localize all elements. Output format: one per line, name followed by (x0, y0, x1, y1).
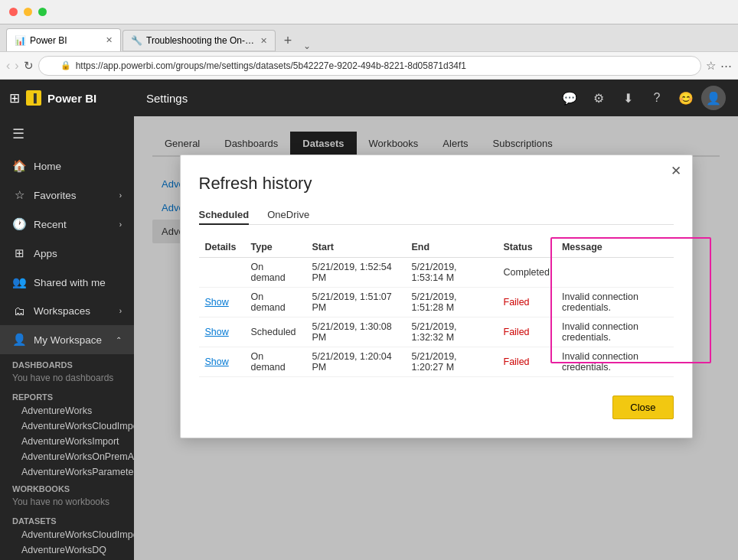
sidebar-item-apps[interactable]: ⊞ Apps (0, 239, 134, 268)
nav-refresh-button[interactable]: ↻ (24, 59, 34, 73)
dataset-sidebar-item-0[interactable]: AdventureWorksCloudImport (0, 527, 134, 542)
dataset-sidebar-item-1[interactable]: AdventureWorksDQ (0, 542, 134, 558)
row3-type: On demand (245, 347, 306, 377)
col-header-status: Status (498, 237, 556, 258)
shared-label: Shared with me (34, 277, 106, 288)
browser-tab-2[interactable]: 🔧 Troubleshooting the On-pre ✕ (122, 30, 276, 51)
row1-end: 5/21/2019, 1:51:28 M (406, 288, 498, 317)
tab1-close[interactable]: ✕ (106, 35, 113, 45)
workbooks-empty: You have no workbooks (0, 495, 134, 512)
table-row-2: Show Scheduled 5/21/2019, 1:30:08 PM 5/2… (199, 317, 674, 347)
row1-type: On demand (245, 288, 306, 317)
tab1-favicon: 📊 (15, 35, 26, 46)
brand-logo: ▐ (26, 90, 41, 106)
address-bar[interactable]: 🔒 https://app.powerbi.com/groups/me/sett… (38, 56, 701, 76)
row0-details (199, 258, 245, 288)
nav-back-button[interactable]: ‹ (6, 59, 10, 73)
win-ctrl-max[interactable] (38, 8, 47, 16)
row0-end: 5/21/2019, 1:53:14 M (406, 258, 498, 288)
bookmark-icon[interactable]: ☆ (706, 59, 716, 73)
win-ctrl-min[interactable] (24, 8, 32, 16)
browser-titlebar (0, 0, 738, 24)
row0-status: Completed (498, 258, 556, 288)
row2-details[interactable]: Show (199, 317, 245, 347)
favorites-icon: ☆ (12, 188, 26, 202)
home-icon: 🏠 (12, 159, 26, 173)
apps-label: Apps (34, 248, 57, 259)
row0-type: On demand (245, 258, 306, 288)
row1-status: Failed (498, 288, 556, 317)
grid-apps-icon[interactable]: ⊞ (9, 90, 20, 106)
recent-chevron: › (119, 220, 122, 229)
tab1-title: Power BI (30, 35, 102, 46)
row3-start: 5/21/2019, 1:20:04 PM (306, 347, 406, 377)
col-header-end: End (406, 237, 498, 258)
my-workspace-chevron: ⌃ (116, 336, 122, 344)
new-tab-button[interactable]: + (277, 30, 299, 51)
row3-details[interactable]: Show (199, 347, 245, 377)
modal-overlay: ✕ Refresh history Scheduled OneDrive (134, 116, 738, 560)
tab2-close[interactable]: ✕ (260, 36, 267, 46)
sidebar-item-shared[interactable]: 👥 Shared with me (0, 268, 134, 297)
sidebar-menu-icon[interactable]: ☰ (0, 116, 134, 151)
row2-start: 5/21/2019, 1:30:08 PM (306, 317, 406, 347)
refresh-history-modal: ✕ Refresh history Scheduled OneDrive (180, 155, 693, 438)
favorites-label: Favorites (34, 190, 112, 201)
workspaces-icon: 🗂 (12, 304, 26, 317)
sidebar: ☰ 🏠 Home ☆ Favorites › 🕐 Recent › ⊞ Apps… (0, 116, 134, 560)
modal-tabs: Scheduled OneDrive (199, 206, 674, 225)
chat-icon[interactable]: 💬 (556, 84, 583, 112)
help-icon[interactable]: ? (643, 84, 671, 112)
report-item-4[interactable]: AdventureWorksParameterize... (0, 464, 134, 480)
workspaces-label: Workspaces (34, 305, 112, 317)
more-icon[interactable]: ⋯ (720, 59, 732, 73)
row1-details[interactable]: Show (199, 288, 245, 317)
row2-message: Invalid connection credentials. (556, 317, 674, 347)
row0-message (556, 258, 674, 288)
tab-overflow[interactable]: ⌄ (300, 41, 314, 51)
lock-icon: 🔒 (60, 60, 71, 70)
reports-section-label: REPORTS (0, 388, 134, 403)
sidebar-item-workspaces[interactable]: 🗂 Workspaces › (0, 297, 134, 325)
tab2-favicon: 🔧 (131, 35, 142, 46)
settings-page-title: Settings (146, 92, 188, 105)
brand-name: Power BI (47, 92, 96, 105)
col-header-message: Message (556, 237, 674, 258)
report-item-1[interactable]: AdventureWorksCloudImport (0, 418, 134, 434)
modal-close-button[interactable]: ✕ (671, 164, 681, 177)
settings-icon[interactable]: ⚙ (585, 84, 612, 112)
modal-close-btn[interactable]: Close (612, 396, 673, 419)
report-item-2[interactable]: AdventureWorksImport (0, 434, 134, 449)
topbar: ⊞ ▐ Power BI Settings 💬 ⚙ ⬇ ? 😊 👤 (0, 80, 738, 116)
row0-start: 5/21/2019, 1:52:54 PM (306, 258, 406, 288)
download-icon[interactable]: ⬇ (614, 84, 642, 112)
dashboards-section-label: DASHBOARDS (0, 354, 134, 371)
modal-tab-scheduled[interactable]: Scheduled (199, 206, 250, 225)
workspaces-chevron: › (119, 307, 122, 315)
nav-forward-button[interactable]: › (15, 59, 18, 73)
sidebar-item-favorites[interactable]: ☆ Favorites › (0, 181, 134, 210)
row2-type: Scheduled (245, 317, 306, 347)
row2-end: 5/21/2019, 1:32:32 M (406, 317, 498, 347)
table-row-0: On demand 5/21/2019, 1:52:54 PM 5/21/201… (199, 258, 674, 288)
row3-message: Invalid connection credentials. (556, 347, 674, 377)
sidebar-item-recent[interactable]: 🕐 Recent › (0, 210, 134, 239)
report-item-0[interactable]: AdventureWorks (0, 403, 134, 418)
feedback-icon[interactable]: 😊 (672, 84, 700, 112)
workbooks-section-label: WORKBOOKS (0, 480, 134, 495)
sidebar-item-home[interactable]: 🏠 Home (0, 151, 134, 181)
refresh-history-table: Details Type Start End (199, 237, 674, 377)
win-ctrl-close[interactable] (9, 8, 18, 16)
table-row-1: Show On demand 5/21/2019, 1:51:07 PM 5/2… (199, 288, 674, 317)
recent-icon: 🕐 (12, 217, 26, 231)
user-avatar[interactable]: 👤 (701, 86, 726, 110)
table-row-3: Show On demand 5/21/2019, 1:20:04 PM 5/2… (199, 347, 674, 377)
browser-tab-1[interactable]: 📊 Power BI ✕ (6, 28, 121, 51)
tab2-title: Troubleshooting the On-pre (146, 35, 256, 46)
modal-tab-onedrive[interactable]: OneDrive (267, 206, 309, 225)
dashboards-empty: You have no dashboards (0, 371, 134, 388)
address-text: https://app.powerbi.com/groups/me/settin… (76, 60, 466, 71)
main-content: General Dashboards Datasets Workbooks Al… (134, 116, 738, 560)
report-item-3[interactable]: AdventureWorksOnPremAndC... (0, 449, 134, 464)
sidebar-item-my-workspace[interactable]: 👤 My Workspace ⌃ (0, 325, 134, 354)
